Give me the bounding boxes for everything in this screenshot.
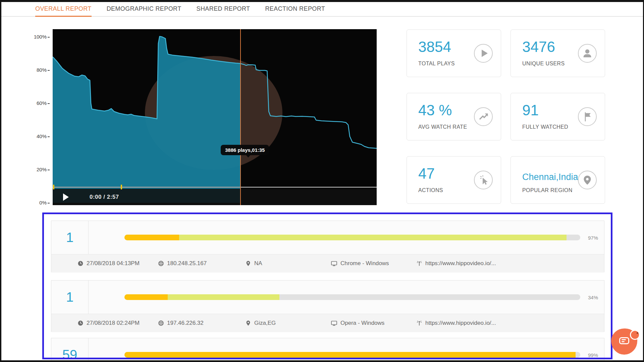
tab-demographic-report[interactable]: DEMOGRAPHIC REPORT: [107, 2, 181, 17]
monitor-icon: [331, 260, 337, 266]
y-axis-label: 0%: [32, 200, 50, 205]
globe-icon: [158, 320, 164, 326]
pin-icon: [245, 260, 251, 266]
stat-value: 47: [418, 165, 435, 182]
watch-progress-bar: [124, 235, 580, 240]
chat-bubble-icon: [619, 337, 629, 344]
stat-label: ACTIONS: [418, 187, 443, 193]
y-axis-label: 60%: [32, 100, 50, 106]
stat-card-popular-region: Chennai,India POPULAR REGION: [511, 156, 605, 204]
chat-notification-badge: [630, 330, 640, 340]
bar-segment: [179, 235, 567, 240]
tab-overall-report[interactable]: OVERALL REPORT: [35, 2, 92, 17]
watch-progress-bar: [124, 352, 580, 358]
click-icon: [474, 171, 493, 189]
seekbar[interactable]: [53, 187, 377, 188]
view-count: 59: [51, 338, 89, 362]
stat-card-total-plays: 3854 TOTAL PLAYS: [407, 29, 501, 77]
watched-percent: 34%: [578, 295, 598, 300]
stat-value: Chennai,India: [522, 172, 578, 182]
view-datetime: 27/08/2018 02:24PM: [77, 320, 158, 326]
stat-value: 43 %: [418, 102, 452, 119]
screen-frame: [0, 0, 1, 362]
view-browser-os: Opera - Windows: [331, 320, 416, 326]
viewer-details: 27/08/2018 02:24PM 197.46.226.32 Giza,EG…: [51, 314, 604, 332]
stat-value: 3476: [522, 39, 555, 55]
stat-card-unique-users: 3476 UNIQUE USERS: [511, 29, 605, 77]
bar-segment: [124, 294, 168, 300]
viewer-row[interactable]: 1 34% 27/08/2018 02:24PM 197.46.226.32 G…: [51, 280, 604, 332]
seek-marker: [121, 185, 122, 189]
watched-percent: 97%: [578, 235, 598, 241]
flag-icon: [578, 107, 597, 126]
pin-icon: [578, 171, 597, 189]
bar-segment: [168, 294, 279, 300]
playhead-line: [240, 29, 241, 205]
stat-label: AVG WATCH RATE: [418, 124, 467, 130]
pin-icon: [245, 320, 251, 326]
watched-percent: 99%: [578, 352, 598, 358]
bar-segment: [124, 235, 179, 240]
user-icon: [578, 44, 597, 63]
view-count: 1: [51, 221, 89, 254]
y-axis-label: 20%: [32, 167, 50, 172]
view-ip-address: 197.46.226.32: [158, 320, 245, 326]
watch-progress-bar: [124, 294, 580, 300]
view-location: NA: [245, 260, 331, 267]
y-axis-label: 80%: [32, 67, 50, 73]
view-source-url[interactable]: https://www.hippovideo.io/...: [416, 320, 604, 326]
view-ip-address: 180.248.25.167: [158, 260, 245, 267]
clock-icon: [77, 260, 84, 266]
report-tab-bar: OVERALL REPORT DEMOGRAPHIC REPORT SHARED…: [1, 2, 643, 17]
engagement-area-chart: [53, 29, 377, 205]
time-display: 0:00 / 2:57: [90, 194, 119, 200]
stat-card-actions: 47 ACTIONS: [407, 156, 501, 204]
play-icon: [474, 44, 493, 63]
viewer-row[interactable]: 59 99%: [51, 338, 604, 362]
play-button[interactable]: [63, 193, 69, 201]
view-datetime: 27/08/2018 04:13PM: [77, 260, 158, 267]
stat-label: FULLY WATCHED: [522, 124, 568, 130]
chart-tooltip: 3886 plays,01:35: [221, 145, 269, 155]
stat-label: UNIQUE USERS: [522, 61, 565, 67]
player-controls: 0:00 / 2:57: [53, 189, 377, 205]
y-axis-label: 40%: [32, 133, 50, 139]
viewer-row[interactable]: 1 97% 27/08/2018 04:13PM 180.248.25.167 …: [51, 221, 604, 272]
tab-reaction-report[interactable]: REACTION REPORT: [265, 2, 325, 17]
stat-value: 91: [522, 102, 539, 119]
stat-label: TOTAL PLAYS: [418, 61, 455, 67]
monitor-icon: [331, 320, 337, 326]
broadcast-icon: [416, 320, 422, 326]
y-axis-label: 100%: [32, 34, 50, 40]
globe-icon: [158, 260, 164, 266]
stat-card-avg-watch-rate: 43 % AVG WATCH RATE: [407, 93, 501, 140]
trend-icon: [474, 107, 493, 126]
stat-value: 3854: [418, 39, 451, 55]
clock-icon: [77, 320, 84, 326]
video-engagement-player[interactable]: 3886 plays,01:35 0:00 / 2:57: [53, 29, 377, 205]
bar-segment: [124, 352, 576, 358]
view-location: Giza,EG: [245, 320, 331, 326]
stat-label: POPULAR REGION: [522, 187, 573, 193]
viewer-details: 27/08/2018 04:13PM 180.248.25.167 NA Chr…: [51, 254, 604, 273]
view-count: 1: [51, 281, 89, 314]
broadcast-icon: [416, 260, 422, 266]
tab-shared-report[interactable]: SHARED REPORT: [197, 2, 250, 17]
view-browser-os: Chrome - Windows: [331, 260, 416, 267]
view-source-url[interactable]: https://www.hippovideo.io/...: [416, 260, 604, 267]
stat-card-fully-watched: 91 FULLY WATCHED: [511, 93, 605, 140]
seek-marker: [53, 185, 54, 189]
